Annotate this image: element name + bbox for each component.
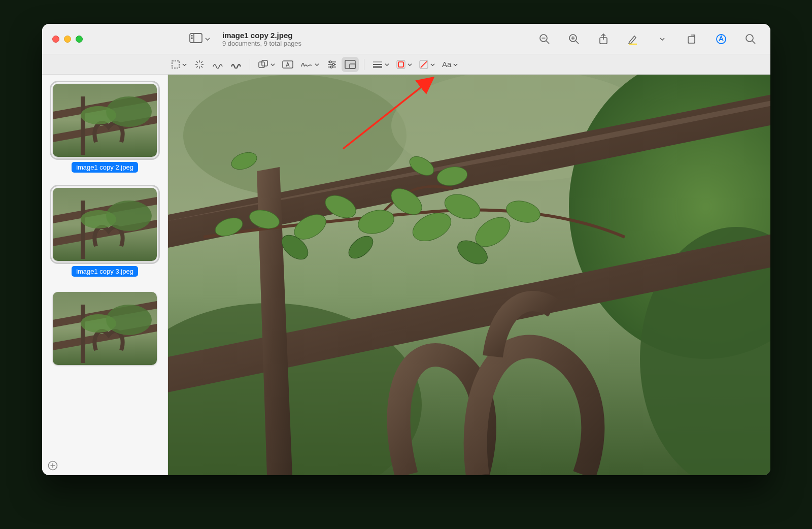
sidebar-view-button[interactable] xyxy=(189,33,210,45)
chevron-down-icon xyxy=(453,60,458,69)
svg-point-65 xyxy=(81,314,116,333)
svg-line-27 xyxy=(201,61,202,63)
svg-point-18 xyxy=(746,35,753,42)
rotate-button[interactable] xyxy=(682,29,701,49)
adjust-size-button[interactable] xyxy=(342,57,359,72)
svg-line-26 xyxy=(201,66,202,68)
fence-photo-thumb-icon xyxy=(53,84,157,157)
svg-rect-39 xyxy=(345,60,355,69)
svg-point-34 xyxy=(329,61,331,63)
draw-button[interactable] xyxy=(227,57,245,72)
body: image1 copy 2.jpeg xyxy=(42,75,770,475)
thumbnail-item[interactable] xyxy=(53,292,157,365)
sign-button[interactable] xyxy=(297,57,322,72)
image-canvas[interactable] xyxy=(168,75,770,475)
svg-line-19 xyxy=(753,41,756,44)
highlight-button[interactable] xyxy=(623,29,642,49)
fence-photo-thumb-icon xyxy=(53,188,157,261)
search-button[interactable] xyxy=(741,29,760,49)
svg-line-6 xyxy=(547,41,550,44)
chevron-down-icon xyxy=(205,35,210,44)
toolbar-right xyxy=(535,29,760,49)
zoom-out-button[interactable] xyxy=(535,29,554,49)
share-button[interactable] xyxy=(594,29,613,49)
sidebar-icon xyxy=(189,33,202,45)
markup-toolbar: Aa xyxy=(42,54,770,75)
document-title: image1 copy 2.jpeg xyxy=(222,31,301,40)
chevron-down-icon xyxy=(270,60,275,69)
add-page-button[interactable] xyxy=(47,460,58,471)
fullscreen-window-button[interactable] xyxy=(76,36,83,43)
title-block: image1 copy 2.jpeg 9 documents, 9 total … xyxy=(222,31,301,47)
adjust-color-button[interactable] xyxy=(323,57,341,72)
svg-point-53 xyxy=(81,106,116,124)
fence-photo xyxy=(168,75,770,475)
fence-photo-thumb-icon xyxy=(53,292,157,365)
instant-alpha-button[interactable] xyxy=(191,57,208,72)
svg-line-9 xyxy=(576,41,579,44)
svg-rect-15 xyxy=(688,37,695,43)
separator xyxy=(364,59,364,70)
sketch-button[interactable] xyxy=(209,57,226,72)
titlebar: image1 copy 2.jpeg 9 documents, 9 total … xyxy=(42,24,770,54)
close-window-button[interactable] xyxy=(52,36,59,43)
text-style-label: Aa xyxy=(442,60,451,69)
svg-rect-40 xyxy=(350,64,355,69)
svg-line-25 xyxy=(196,61,198,63)
selection-tool-button[interactable] xyxy=(168,57,190,72)
thumbnail-label: image1 copy 2.jpeg xyxy=(72,162,138,173)
svg-rect-63 xyxy=(81,305,85,363)
thumbnail-item[interactable]: image1 copy 3.jpeg xyxy=(53,188,157,277)
chevron-down-icon xyxy=(385,60,389,69)
svg-rect-45 xyxy=(398,62,403,67)
border-color-button[interactable] xyxy=(393,57,415,72)
thumbnail-label: image1 copy 3.jpeg xyxy=(72,266,138,277)
text-style-button[interactable]: Aa xyxy=(439,57,461,72)
svg-line-28 xyxy=(196,66,198,68)
thumbnail-image[interactable] xyxy=(53,188,157,261)
chevron-down-icon xyxy=(182,60,187,69)
chevron-down-icon xyxy=(408,60,412,69)
preview-window: image1 copy 2.jpeg 9 documents, 9 total … xyxy=(42,24,770,475)
minimize-window-button[interactable] xyxy=(64,36,71,43)
chevron-down-icon xyxy=(315,60,319,69)
highlight-menu-button[interactable] xyxy=(653,29,672,49)
thumbnail-sidebar[interactable]: image1 copy 2.jpeg xyxy=(42,75,168,475)
fill-color-button[interactable] xyxy=(416,57,438,72)
thumbnail-item[interactable]: image1 copy 2.jpeg xyxy=(53,84,157,173)
chevron-down-icon xyxy=(430,60,435,69)
text-button[interactable] xyxy=(279,57,296,72)
svg-rect-57 xyxy=(81,201,85,259)
markup-button[interactable] xyxy=(712,29,731,49)
window-controls xyxy=(52,36,83,43)
svg-point-38 xyxy=(330,66,332,68)
thumbnail-image[interactable] xyxy=(53,84,157,157)
svg-point-59 xyxy=(81,210,116,228)
border-style-button[interactable] xyxy=(369,57,392,72)
shapes-button[interactable] xyxy=(255,57,278,72)
thumbnail-image[interactable] xyxy=(53,292,157,365)
svg-rect-51 xyxy=(81,96,85,155)
svg-point-36 xyxy=(332,63,334,65)
document-subtitle: 9 documents, 9 total pages xyxy=(222,40,301,47)
svg-line-47 xyxy=(421,61,427,68)
svg-rect-0 xyxy=(190,34,202,43)
separator xyxy=(250,59,250,70)
svg-rect-20 xyxy=(172,61,179,68)
zoom-in-button[interactable] xyxy=(564,29,584,49)
